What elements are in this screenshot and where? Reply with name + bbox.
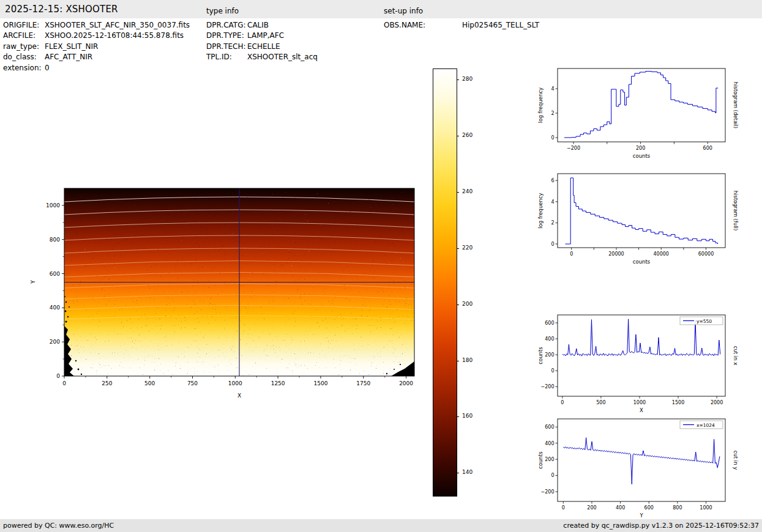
- hist-detail-ytick-label: 4: [551, 86, 554, 92]
- hist-detail-series-line: [564, 72, 718, 138]
- hist-detail-frame: [558, 68, 725, 142]
- cut-x-right-label: cut in x: [733, 346, 739, 366]
- main-xtick-label: 2000: [399, 380, 413, 386]
- cut-y-frame: [558, 419, 725, 501]
- colorbar-tick-label: 240: [462, 188, 473, 194]
- cut-y-xtick-label: 1000: [700, 505, 712, 511]
- cut-x-ytick-label: 200: [545, 352, 554, 358]
- header-bar: 2025-12-15: XSHOOTER type info set-up in…: [0, 0, 762, 18]
- cut-x-xtick-label: 1500: [672, 400, 684, 405]
- cut-y-xtick-label: 200: [587, 505, 596, 511]
- meta-label: DPR.TECH:: [206, 42, 247, 52]
- file-info-column: ORIGFILE:XSHOOTER_SLT_AFC_NIR_350_0037.f…: [3, 20, 190, 73]
- cut-y-right-label: cut in y: [733, 451, 739, 470]
- cut-x-legend-label: y=550: [697, 319, 712, 324]
- main-xtick-label: 750: [187, 380, 198, 386]
- meta-row: raw_type:FLEX_SLIT_NIR: [3, 42, 190, 52]
- meta-row: do_class:AFC_ATT_NIR: [3, 52, 190, 62]
- hist-detail-right-label: histogram (detail): [733, 82, 739, 128]
- meta-value: LAMP,AFC: [247, 31, 284, 40]
- histogram-full-chart: 02000040000600000246countslog frequencyh…: [536, 168, 741, 270]
- cut-y-xtick-label: 800: [673, 505, 682, 511]
- cut-x-ytick-label: −200: [541, 384, 555, 390]
- main-ylabel: Y: [30, 280, 36, 284]
- cut-x-ylabel: counts: [537, 347, 543, 364]
- meta-label: DPR.TYPE:: [206, 31, 247, 41]
- colorbar-tick-label: 160: [462, 413, 473, 419]
- meta-row: ARCFILE:XSHOO.2025-12-16T08:44:55.878.fi…: [3, 31, 190, 41]
- meta-label: raw_type:: [3, 42, 45, 52]
- hist-detail-ytick-label: 0: [551, 135, 554, 141]
- meta-row: extension:0: [3, 63, 190, 73]
- cut-x-svg: 0500100015002000−2000200400600Xcountscut…: [536, 309, 741, 416]
- meta-label: DPR.CATG:: [206, 20, 247, 31]
- meta-label: ORIGFILE:: [3, 20, 45, 31]
- main-xtick-label: 1000: [228, 380, 242, 386]
- meta-row: ORIGFILE:XSHOOTER_SLT_AFC_NIR_350_0037.f…: [3, 20, 190, 31]
- meta-row: OBS.NAME:Hip025465_TELL_SLT: [384, 20, 539, 31]
- cut-y-ytick-label: 400: [545, 441, 554, 446]
- cut-y-ytick-label: 600: [545, 424, 554, 430]
- colorbar-tick-label: 140: [462, 469, 473, 475]
- cut-y-xtick-label: 400: [616, 505, 625, 511]
- footer-bar: powered by QC: www.eso.org/HC created by…: [0, 519, 762, 532]
- cut-y-ylabel: counts: [537, 451, 543, 469]
- cut-y-series-line: [563, 438, 720, 484]
- main-ytick-label: 600: [50, 271, 60, 277]
- main-ytick-label: 400: [50, 305, 60, 311]
- footer-left-text: powered by QC: www.eso.org/HC: [3, 519, 114, 532]
- meta-value: XSHOOTER_SLT_AFC_NIR_350_0037.fits: [45, 21, 190, 29]
- hist-full-right-label: histogram (full): [733, 191, 739, 231]
- hist-full-ytick-label: 0: [551, 242, 554, 247]
- colorbar-tick-mark: [457, 416, 459, 417]
- histogram-detail-chart: −200200600024countslog frequencyhistogra…: [536, 63, 741, 164]
- meta-row: DPR.TECH:ECHELLE: [206, 42, 318, 52]
- meta-value: XSHOOTER_slt_acq: [247, 53, 318, 61]
- hist-detail-xlabel: counts: [633, 153, 651, 159]
- cut-y-ytick-label: 200: [545, 457, 554, 462]
- colorbar: 140160180200220240260280: [433, 68, 494, 503]
- meta-row: DPR.CATG:CALIB: [206, 20, 318, 31]
- cut-x-ytick-label: 0: [551, 368, 554, 374]
- meta-value: 0: [45, 64, 50, 72]
- cut-x-xlabel: X: [640, 407, 643, 413]
- meta-label: OBS.NAME:: [384, 20, 462, 31]
- main-ytick-label: 0: [56, 373, 60, 379]
- main-xtick-label: 500: [144, 380, 155, 386]
- cut-x-ytick-label: 600: [545, 320, 554, 326]
- meta-value: FLEX_SLIT_NIR: [45, 42, 98, 51]
- meta-value: AFC_ATT_NIR: [45, 53, 92, 61]
- colorbar-gradient: [433, 68, 457, 497]
- cut-x-ytick-label: 400: [545, 336, 554, 342]
- cut-x-xtick-label: 0: [561, 400, 564, 405]
- hist-full-ytick-label: 4: [551, 199, 554, 205]
- footer-right-text: created by qc_rawdisp.py v1.2.3 on 2025-…: [563, 519, 759, 532]
- hist-full-xtick-label: 20000: [608, 251, 624, 257]
- cut-y-xtick-label: 600: [644, 505, 654, 511]
- colorbar-tick-mark: [457, 305, 459, 305]
- main-xlabel: X: [237, 393, 241, 399]
- cut-x-xtick-label: 2000: [711, 400, 723, 405]
- hist-full-xlabel: counts: [633, 259, 651, 265]
- main-xtick-label: 1750: [356, 380, 370, 386]
- qc-report-page: 2025-12-15: XSHOOTER type info set-up in…: [0, 0, 762, 532]
- colorbar-tick-mark: [457, 361, 459, 361]
- cut-x-frame: [558, 315, 725, 396]
- hist-full-ylabel: log frequency: [537, 193, 543, 228]
- hist-full-xtick-label: 0: [570, 251, 573, 257]
- cut-y-legend-label: x=1024: [697, 423, 715, 428]
- main-ytick-label: 1000: [46, 202, 60, 209]
- colorbar-tick-mark: [457, 79, 459, 80]
- colorbar-tick-label: 180: [462, 357, 473, 363]
- hist-detail-svg: −200200600024countslog frequencyhistogra…: [536, 63, 741, 161]
- colorbar-tick-label: 220: [462, 245, 473, 251]
- hist-full-series-line: [566, 178, 718, 244]
- cut-y-xlabel: Y: [639, 512, 643, 519]
- meta-label: ARCFILE:: [3, 31, 45, 41]
- hist-full-xtick-label: 40000: [654, 251, 669, 257]
- hist-detail-xtick-label: −200: [567, 146, 580, 151]
- main-xtick-label: 1250: [271, 380, 285, 386]
- meta-row: TPL.ID:XSHOOTER_slt_acq: [206, 52, 318, 62]
- type-info-heading: type info: [206, 7, 239, 15]
- cut-in-x-chart: 0500100015002000−2000200400600Xcountscut…: [536, 309, 741, 418]
